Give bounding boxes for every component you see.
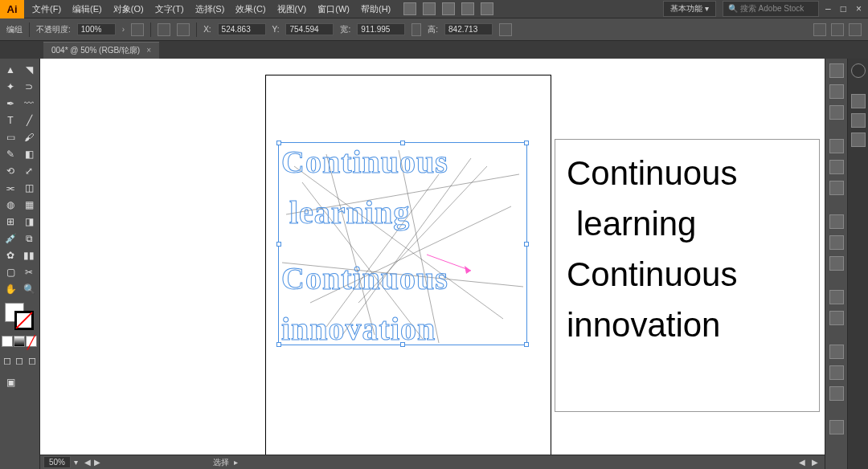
- zoom-tool[interactable]: 🔍: [20, 281, 38, 297]
- quick-icon-3[interactable]: [442, 2, 455, 15]
- nav-prev[interactable]: ◀: [84, 458, 91, 467]
- appearance-panel-icon[interactable]: [829, 290, 844, 304]
- rectangle-tool[interactable]: ▭: [2, 129, 19, 145]
- color-mode-gradient[interactable]: [14, 336, 25, 347]
- perspective-tool[interactable]: ▦: [20, 197, 38, 213]
- quick-icon-4[interactable]: [461, 2, 474, 15]
- slice-tool[interactable]: ✂: [20, 264, 38, 280]
- color-panel-icon[interactable]: [829, 139, 844, 153]
- free-transform-tool[interactable]: ◫: [20, 180, 38, 196]
- fill-stroke-swatch[interactable]: [2, 303, 38, 332]
- window-maximize[interactable]: □: [841, 3, 846, 14]
- properties-panel-icon[interactable]: [829, 63, 844, 78]
- cc-libraries-icon[interactable]: [851, 63, 866, 78]
- transform-panel-icon[interactable]: [829, 365, 844, 380]
- pen-tool[interactable]: ✒: [2, 96, 19, 112]
- graphic-styles-panel-icon[interactable]: [829, 311, 844, 325]
- stroke-swatch[interactable]: [14, 311, 34, 330]
- search-input[interactable]: 🔍 搜索 Adobe Stock: [723, 1, 819, 17]
- eyedropper-tool[interactable]: 💉: [2, 230, 19, 247]
- menu-view[interactable]: 视图(V): [272, 1, 312, 18]
- nav-next[interactable]: ▶: [94, 458, 100, 467]
- swatches-panel-icon[interactable]: [829, 160, 844, 174]
- gradient-tool[interactable]: ◨: [20, 214, 38, 230]
- paintbrush-tool[interactable]: 🖌: [20, 129, 38, 145]
- scroll-left[interactable]: ◀: [799, 458, 805, 467]
- menu-effect[interactable]: 效果(C): [231, 1, 270, 18]
- brushes-panel-icon[interactable]: [829, 181, 844, 195]
- draw-inside[interactable]: ◻: [27, 353, 38, 369]
- cb-right-icon-1[interactable]: [813, 23, 826, 36]
- window-minimize[interactable]: –: [825, 3, 831, 14]
- direct-selection-tool[interactable]: ◥: [20, 62, 38, 78]
- type-tool[interactable]: T: [2, 112, 19, 128]
- transform-icon[interactable]: [499, 23, 512, 36]
- graph-tool[interactable]: ▮▮: [20, 247, 38, 263]
- symbol-tool[interactable]: ✿: [2, 247, 19, 263]
- quick-icon-1[interactable]: [403, 2, 416, 15]
- tab-close-icon[interactable]: ×: [146, 46, 151, 55]
- selection-tool[interactable]: ▲: [2, 62, 19, 78]
- ref-line2: learning: [567, 198, 808, 249]
- h-input[interactable]: 842.713: [444, 23, 493, 35]
- artboard-tool[interactable]: ▢: [2, 264, 19, 280]
- shaper-tool[interactable]: ✎: [2, 146, 19, 162]
- canvas[interactable]: Continuous learning Continuous innovatio…: [40, 59, 825, 469]
- transparency-panel-icon[interactable]: [829, 256, 844, 271]
- draw-behind[interactable]: ◻: [14, 353, 25, 369]
- shape-builder-tool[interactable]: ◍: [2, 197, 19, 213]
- lasso-tool[interactable]: ⊃: [20, 79, 38, 95]
- line-tool[interactable]: ╱: [20, 112, 38, 128]
- gradient-panel-icon[interactable]: [829, 235, 844, 250]
- menu-help[interactable]: 帮助(H): [356, 1, 395, 18]
- document-tab[interactable]: 004* @ 50% (RGB/轮廓) ×: [43, 42, 159, 59]
- ref-line4: innovation: [567, 300, 808, 350]
- link-wh-icon[interactable]: [411, 23, 421, 36]
- zoom-selector[interactable]: 50%: [43, 456, 71, 468]
- ref-line1: Continuous: [567, 148, 808, 198]
- opacity-input[interactable]: 100%: [77, 23, 116, 35]
- hand-tool[interactable]: ✋: [2, 281, 19, 297]
- blend-tool[interactable]: ⧉: [20, 230, 38, 247]
- quick-icon-2[interactable]: [423, 2, 436, 15]
- cb-right-icon-2[interactable]: [831, 23, 844, 36]
- color-mode-fill[interactable]: [2, 336, 13, 347]
- cb-right-icon-3[interactable]: [849, 23, 862, 36]
- menu-select[interactable]: 选择(S): [190, 1, 230, 18]
- symbols-panel-icon[interactable]: [829, 420, 844, 434]
- scale-tool[interactable]: ⤢: [20, 163, 38, 179]
- libraries-panel-icon[interactable]: [829, 105, 844, 120]
- quick-icon-5[interactable]: [481, 2, 493, 15]
- color-mode-none[interactable]: ╱: [26, 336, 37, 347]
- y-input[interactable]: 754.594: [285, 23, 334, 35]
- pathfinder-panel-icon[interactable]: [829, 386, 844, 401]
- draw-normal[interactable]: ◻: [2, 353, 13, 369]
- x-input[interactable]: 524.863: [218, 23, 266, 35]
- stroke-panel-icon[interactable]: [829, 214, 844, 229]
- align-icon-1[interactable]: [158, 23, 170, 36]
- selection-mode: 编组: [6, 24, 23, 35]
- panel-r-3[interactable]: [851, 133, 866, 147]
- magic-wand-tool[interactable]: ✦: [2, 79, 19, 95]
- menu-object[interactable]: 对象(O): [108, 1, 149, 18]
- scroll-right[interactable]: ▶: [812, 458, 818, 467]
- menu-window[interactable]: 窗口(W): [313, 1, 354, 18]
- layers-panel-icon[interactable]: [829, 84, 844, 99]
- w-input[interactable]: 911.995: [357, 23, 405, 35]
- style-icon[interactable]: [131, 23, 144, 36]
- menu-file[interactable]: 文件(F): [27, 1, 66, 18]
- screen-mode[interactable]: ▣: [2, 374, 19, 390]
- workspace-selector[interactable]: 基本功能 ▾: [663, 1, 716, 17]
- width-tool[interactable]: ⫘: [2, 180, 19, 196]
- panel-r-2[interactable]: [851, 113, 866, 128]
- window-close[interactable]: ×: [856, 3, 862, 14]
- mesh-tool[interactable]: ⊞: [2, 214, 19, 230]
- curvature-tool[interactable]: 〰: [20, 96, 38, 112]
- eraser-tool[interactable]: ◧: [20, 146, 38, 162]
- rotate-tool[interactable]: ⟲: [2, 163, 19, 179]
- align-icon-2[interactable]: [177, 23, 190, 36]
- menu-edit[interactable]: 编辑(E): [68, 1, 107, 18]
- panel-r-1[interactable]: [851, 94, 866, 108]
- menu-type[interactable]: 文字(T): [150, 1, 189, 18]
- align-panel-icon[interactable]: [829, 345, 844, 359]
